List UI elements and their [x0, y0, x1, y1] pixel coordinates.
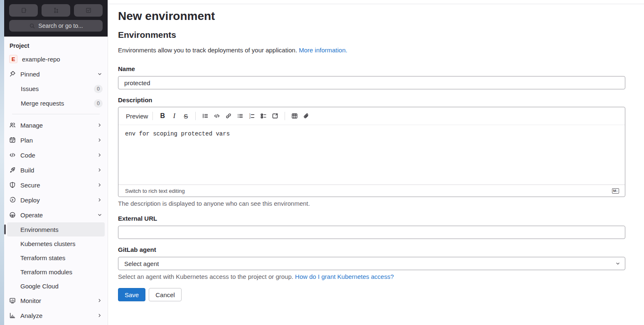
merge-requests-count-badge: 0	[94, 99, 103, 108]
strikethrough-icon: S	[184, 113, 188, 120]
users-icon	[9, 122, 16, 128]
sidebar-item-analyze[interactable]: Analyze	[7, 308, 105, 323]
strikethrough-button[interactable]: S	[180, 110, 192, 122]
sidebar-item-kubernetes-clusters[interactable]: Kubernetes clusters	[7, 236, 105, 251]
attach-file-icon	[303, 113, 310, 119]
sidebar-item-monitor[interactable]: Monitor	[7, 293, 105, 308]
search-placeholder: Search or go to...	[38, 22, 83, 29]
italic-icon: I	[173, 112, 175, 120]
toolbar-separator	[195, 112, 196, 120]
merge-requests-shortcut-button[interactable]	[42, 4, 70, 17]
chevron-right-icon	[97, 182, 103, 188]
sidebar-item-code[interactable]: Code	[7, 148, 105, 162]
todo-list-icon	[85, 7, 92, 14]
sidebar-item-terraform-states[interactable]: Terraform states	[7, 251, 105, 265]
kubernetes-access-link[interactable]: How do I grant Kubernetes access?	[295, 273, 394, 280]
issues-label: Issues	[21, 85, 39, 92]
more-information-link[interactable]: More information.	[299, 47, 347, 54]
bold-button[interactable]: B	[157, 110, 168, 122]
task-list-button[interactable]	[258, 110, 269, 122]
table-button[interactable]	[289, 110, 300, 122]
google-cloud-label: Google Cloud	[20, 283, 59, 290]
quote-icon	[202, 113, 209, 119]
attach-file-button[interactable]	[300, 110, 312, 122]
sidebar-item-environments[interactable]: Environments	[7, 222, 105, 236]
quote-button[interactable]	[199, 110, 211, 122]
build-label: Build	[20, 167, 34, 174]
main-content: New environment Environments Environment…	[108, 0, 644, 325]
toolbar-separator	[285, 112, 285, 120]
manage-label: Manage	[20, 122, 43, 129]
intro-text: Environments allow you to track deployme…	[118, 46, 625, 54]
sidebar-item-project[interactable]: E example-repo	[7, 52, 105, 66]
ordered-list-icon: 1 2	[248, 113, 255, 119]
chart-icon	[9, 312, 16, 319]
form-actions: Save Cancel	[118, 288, 625, 301]
code-icon	[9, 152, 16, 158]
project-sidebar: Search or go to... Project E example-rep…	[4, 0, 108, 325]
search-icon	[29, 22, 35, 29]
code-icon	[214, 113, 220, 119]
environments-heading: Environments	[118, 30, 625, 40]
todo-list-shortcut-button[interactable]	[74, 4, 103, 17]
table-icon	[291, 113, 298, 119]
code-button[interactable]	[211, 110, 223, 122]
sidebar-nav: E example-repo Pinned Issues 0	[4, 51, 108, 325]
sidebar-item-operate[interactable]: Operate	[7, 207, 105, 222]
sidebar-item-manage[interactable]: Manage	[7, 118, 105, 133]
sidebar-item-pinned[interactable]: Pinned	[7, 66, 105, 81]
merge-requests-icon	[53, 7, 59, 14]
search-input[interactable]: Search or go to...	[9, 20, 103, 32]
chevron-right-icon	[97, 167, 103, 173]
details-block-button[interactable]	[269, 110, 281, 122]
italic-button[interactable]: I	[168, 110, 180, 122]
chevron-right-icon	[97, 298, 103, 303]
svg-text:2: 2	[249, 116, 251, 119]
chevron-right-icon	[97, 152, 103, 158]
sidebar-item-plan[interactable]: Plan	[7, 133, 105, 148]
chevron-right-icon	[97, 197, 103, 203]
shield-icon	[9, 182, 16, 188]
svg-text:1: 1	[249, 113, 251, 116]
pin-icon	[9, 71, 16, 77]
save-button[interactable]: Save	[118, 288, 145, 301]
calendar-icon	[9, 137, 16, 143]
external-url-input[interactable]	[118, 226, 625, 239]
chevron-down-icon	[97, 71, 103, 77]
monitor-icon	[9, 297, 16, 304]
description-help-text: The description is displayed to anyone w…	[118, 199, 625, 208]
ordered-list-button[interactable]: 1 2	[246, 110, 258, 122]
bold-icon: B	[160, 112, 165, 120]
kubernetes-clusters-label: Kubernetes clusters	[20, 240, 76, 247]
sidebar-item-issues[interactable]: Issues 0	[7, 81, 105, 96]
terraform-modules-label: Terraform modules	[20, 268, 72, 276]
pinned-label: Pinned	[20, 71, 40, 78]
markdown-toolbar: Preview B I S	[118, 107, 625, 125]
issues-count-badge: 0	[94, 85, 103, 93]
switch-to-rich-text-button[interactable]: Switch to rich text editing	[125, 188, 185, 194]
sidebar-item-build[interactable]: Build	[7, 162, 105, 177]
sidebar-item-terraform-modules[interactable]: Terraform modules	[7, 265, 105, 279]
cancel-button[interactable]: Cancel	[149, 288, 182, 301]
sidebar-item-merge-requests[interactable]: Merge requests 0	[7, 96, 105, 111]
sidebar-topbar: Search or go to...	[4, 0, 108, 37]
analyze-label: Analyze	[20, 312, 42, 319]
task-list-icon	[260, 113, 267, 119]
sidebar-item-deploy[interactable]: Deploy	[7, 192, 105, 207]
intro-body: Environments allow you to track deployme…	[118, 47, 299, 54]
link-button[interactable]	[223, 110, 234, 122]
sidebar-item-secure[interactable]: Secure	[7, 177, 105, 192]
bullet-list-button[interactable]	[234, 110, 246, 122]
preview-button[interactable]: Preview	[125, 113, 149, 120]
agent-select[interactable]: Select agent	[118, 257, 625, 270]
sidebar-item-google-cloud[interactable]: Google Cloud	[7, 279, 105, 293]
link-icon	[225, 113, 232, 119]
issues-shortcut-button[interactable]	[9, 4, 38, 17]
name-input[interactable]	[118, 76, 625, 89]
toolbar-separator	[152, 112, 153, 120]
description-textarea[interactable]: env for scoping protected vars	[118, 125, 625, 185]
operate-label: Operate	[20, 212, 43, 219]
issues-icon	[20, 7, 27, 14]
monitor-label: Monitor	[20, 297, 41, 304]
deploy-icon	[9, 197, 16, 203]
